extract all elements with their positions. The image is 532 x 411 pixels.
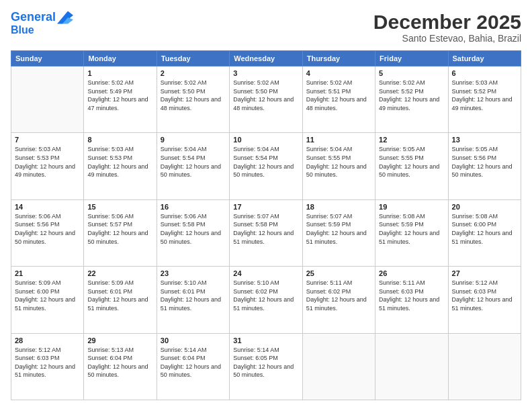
day-info: Sunrise: 5:08 AM Sunset: 6:00 PM Dayligh… xyxy=(452,212,517,246)
calendar-cell xyxy=(302,333,375,400)
day-number: 14 xyxy=(15,203,80,211)
calendar-subtitle: Santo Estevao, Bahia, Brazil xyxy=(373,33,521,44)
day-number: 11 xyxy=(306,136,371,144)
calendar-cell: 9Sunrise: 5:04 AM Sunset: 5:54 PM Daylig… xyxy=(157,133,229,199)
calendar-cell: 1Sunrise: 5:02 AM Sunset: 5:49 PM Daylig… xyxy=(84,66,157,133)
logo-text-blue: Blue xyxy=(11,24,73,36)
calendar-header-thursday: Thursday xyxy=(302,51,375,66)
day-info: Sunrise: 5:05 AM Sunset: 5:56 PM Dayligh… xyxy=(452,145,517,179)
calendar-cell: 14Sunrise: 5:06 AM Sunset: 5:56 PM Dayli… xyxy=(11,199,84,266)
calendar-page: General Blue December 2025 Santo Estevao… xyxy=(0,0,532,411)
day-number: 5 xyxy=(379,69,444,77)
day-info: Sunrise: 5:03 AM Sunset: 5:52 PM Dayligh… xyxy=(452,79,517,112)
day-info: Sunrise: 5:09 AM Sunset: 6:01 PM Dayligh… xyxy=(87,279,152,312)
day-number: 12 xyxy=(379,136,444,144)
day-info: Sunrise: 5:03 AM Sunset: 5:53 PM Dayligh… xyxy=(87,145,152,179)
calendar-cell: 16Sunrise: 5:06 AM Sunset: 5:58 PM Dayli… xyxy=(157,199,229,266)
day-info: Sunrise: 5:02 AM Sunset: 5:52 PM Dayligh… xyxy=(379,79,444,112)
calendar-cell: 19Sunrise: 5:08 AM Sunset: 5:59 PM Dayli… xyxy=(375,199,448,266)
day-info: Sunrise: 5:11 AM Sunset: 6:03 PM Dayligh… xyxy=(379,279,444,312)
day-info: Sunrise: 5:07 AM Sunset: 5:59 PM Dayligh… xyxy=(306,212,371,246)
day-info: Sunrise: 5:06 AM Sunset: 5:57 PM Dayligh… xyxy=(87,212,152,246)
day-info: Sunrise: 5:04 AM Sunset: 5:55 PM Dayligh… xyxy=(306,145,371,179)
calendar-cell: 11Sunrise: 5:04 AM Sunset: 5:55 PM Dayli… xyxy=(302,133,375,199)
calendar-cell: 21Sunrise: 5:09 AM Sunset: 6:00 PM Dayli… xyxy=(11,267,84,333)
day-info: Sunrise: 5:06 AM Sunset: 5:58 PM Dayligh… xyxy=(161,212,226,246)
calendar-cell: 25Sunrise: 5:11 AM Sunset: 6:02 PM Dayli… xyxy=(302,267,375,333)
calendar-cell: 10Sunrise: 5:04 AM Sunset: 5:54 PM Dayli… xyxy=(230,133,302,199)
day-number: 2 xyxy=(161,69,226,77)
day-number: 16 xyxy=(161,203,226,211)
calendar-cell: 31Sunrise: 5:14 AM Sunset: 6:05 PM Dayli… xyxy=(230,333,302,400)
day-number: 19 xyxy=(379,203,444,211)
day-number: 22 xyxy=(87,269,152,277)
calendar-header-sunday: Sunday xyxy=(11,51,84,66)
day-number: 20 xyxy=(452,203,517,211)
day-number: 27 xyxy=(452,269,517,277)
calendar-cell: 24Sunrise: 5:10 AM Sunset: 6:02 PM Dayli… xyxy=(230,267,302,333)
logo: General Blue xyxy=(11,11,73,36)
day-number: 8 xyxy=(87,136,152,144)
calendar-cell: 27Sunrise: 5:12 AM Sunset: 6:03 PM Dayli… xyxy=(448,267,521,333)
calendar-week-0: 1Sunrise: 5:02 AM Sunset: 5:49 PM Daylig… xyxy=(11,66,521,133)
day-number: 17 xyxy=(233,203,298,211)
day-info: Sunrise: 5:05 AM Sunset: 5:55 PM Dayligh… xyxy=(379,145,444,179)
calendar-title: December 2025 xyxy=(373,11,521,33)
calendar-week-2: 14Sunrise: 5:06 AM Sunset: 5:56 PM Dayli… xyxy=(11,199,521,266)
day-info: Sunrise: 5:11 AM Sunset: 6:02 PM Dayligh… xyxy=(306,279,371,312)
day-info: Sunrise: 5:13 AM Sunset: 6:04 PM Dayligh… xyxy=(87,346,152,379)
calendar-header-tuesday: Tuesday xyxy=(157,51,229,66)
title-block: December 2025 Santo Estevao, Bahia, Braz… xyxy=(373,11,521,44)
day-number: 7 xyxy=(15,136,80,144)
day-number: 3 xyxy=(233,69,298,77)
calendar-cell xyxy=(448,333,521,400)
calendar-cell: 13Sunrise: 5:05 AM Sunset: 5:56 PM Dayli… xyxy=(448,133,521,199)
logo-icon xyxy=(57,11,73,24)
calendar-week-1: 7Sunrise: 5:03 AM Sunset: 5:53 PM Daylig… xyxy=(11,133,521,199)
day-number: 6 xyxy=(452,69,517,77)
day-info: Sunrise: 5:07 AM Sunset: 5:58 PM Dayligh… xyxy=(233,212,298,246)
day-info: Sunrise: 5:02 AM Sunset: 5:50 PM Dayligh… xyxy=(233,79,298,112)
day-number: 23 xyxy=(161,269,226,277)
calendar-cell: 3Sunrise: 5:02 AM Sunset: 5:50 PM Daylig… xyxy=(230,66,302,133)
calendar-cell: 28Sunrise: 5:12 AM Sunset: 6:03 PM Dayli… xyxy=(11,333,84,400)
day-info: Sunrise: 5:04 AM Sunset: 5:54 PM Dayligh… xyxy=(161,145,226,179)
day-number: 25 xyxy=(306,269,371,277)
calendar-cell: 5Sunrise: 5:02 AM Sunset: 5:52 PM Daylig… xyxy=(375,66,448,133)
day-number: 26 xyxy=(379,269,444,277)
day-number: 1 xyxy=(87,69,152,77)
calendar-table: SundayMondayTuesdayWednesdayThursdayFrid… xyxy=(11,50,521,400)
calendar-header-wednesday: Wednesday xyxy=(230,51,302,66)
day-number: 28 xyxy=(15,336,80,345)
day-number: 4 xyxy=(306,69,371,77)
calendar-cell: 4Sunrise: 5:02 AM Sunset: 5:51 PM Daylig… xyxy=(302,66,375,133)
day-number: 24 xyxy=(233,269,298,277)
calendar-cell: 23Sunrise: 5:10 AM Sunset: 6:01 PM Dayli… xyxy=(157,267,229,333)
calendar-cell: 17Sunrise: 5:07 AM Sunset: 5:58 PM Dayli… xyxy=(230,199,302,266)
day-number: 15 xyxy=(87,203,152,211)
calendar-cell: 29Sunrise: 5:13 AM Sunset: 6:04 PM Dayli… xyxy=(84,333,157,400)
day-number: 31 xyxy=(233,336,298,345)
calendar-cell: 15Sunrise: 5:06 AM Sunset: 5:57 PM Dayli… xyxy=(84,199,157,266)
page-header: General Blue December 2025 Santo Estevao… xyxy=(11,11,521,44)
day-info: Sunrise: 5:06 AM Sunset: 5:56 PM Dayligh… xyxy=(15,212,80,246)
day-info: Sunrise: 5:04 AM Sunset: 5:54 PM Dayligh… xyxy=(233,145,298,179)
day-number: 18 xyxy=(306,203,371,211)
day-number: 21 xyxy=(15,269,80,277)
calendar-cell: 22Sunrise: 5:09 AM Sunset: 6:01 PM Dayli… xyxy=(84,267,157,333)
calendar-cell: 12Sunrise: 5:05 AM Sunset: 5:55 PM Dayli… xyxy=(375,133,448,199)
calendar-cell xyxy=(375,333,448,400)
calendar-cell: 8Sunrise: 5:03 AM Sunset: 5:53 PM Daylig… xyxy=(84,133,157,199)
calendar-cell xyxy=(11,66,84,133)
day-info: Sunrise: 5:10 AM Sunset: 6:02 PM Dayligh… xyxy=(233,279,298,312)
calendar-cell: 18Sunrise: 5:07 AM Sunset: 5:59 PM Dayli… xyxy=(302,199,375,266)
logo-text-general: General xyxy=(11,11,56,24)
calendar-cell: 30Sunrise: 5:14 AM Sunset: 6:04 PM Dayli… xyxy=(157,333,229,400)
day-number: 13 xyxy=(452,136,517,144)
calendar-header-friday: Friday xyxy=(375,51,448,66)
day-number: 10 xyxy=(233,136,298,144)
calendar-cell: 26Sunrise: 5:11 AM Sunset: 6:03 PM Dayli… xyxy=(375,267,448,333)
calendar-cell: 6Sunrise: 5:03 AM Sunset: 5:52 PM Daylig… xyxy=(448,66,521,133)
day-info: Sunrise: 5:10 AM Sunset: 6:01 PM Dayligh… xyxy=(161,279,226,312)
calendar-week-4: 28Sunrise: 5:12 AM Sunset: 6:03 PM Dayli… xyxy=(11,333,521,400)
